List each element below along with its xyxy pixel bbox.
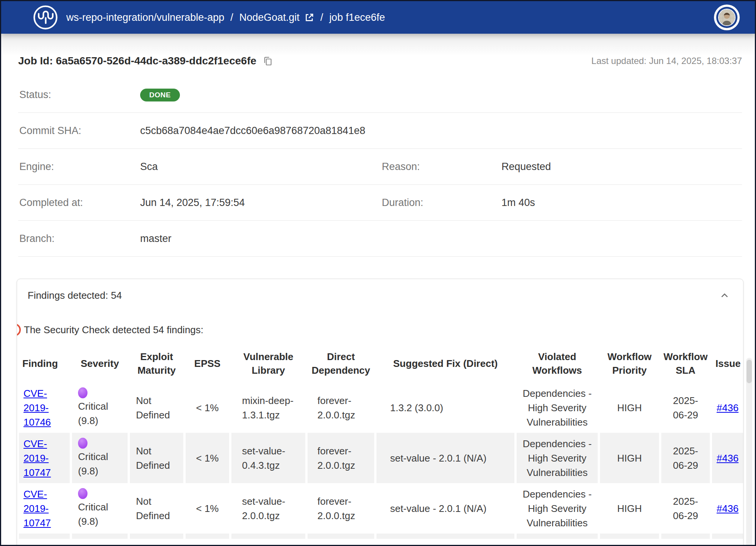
workflow-priority: HIGH [599,382,660,433]
issue-link[interactable]: #436 [717,402,739,413]
exploit-maturity: Not Defined [136,393,180,422]
suggested-fix: set-value - 2.0.1 (N/A) [375,433,515,483]
table-row: CVE-2019-10747 Critical (9.8) Not Define… [18,433,743,483]
duration-label: Duration: [382,197,501,209]
direct-dependency: forever-2.0.0.tgz [317,494,371,523]
copy-icon[interactable] [262,56,273,66]
findings-panel: Findings detected: 54 The Security Check… [17,279,744,546]
user-avatar[interactable] [714,5,740,30]
suggested-fix: set-value - 2.0.1 (N/A) [375,483,515,534]
exploit-maturity: Not Defined [136,444,180,473]
clipped-warning-icon [17,323,21,336]
table-row: CVE-2019-10747 Critical (9.8) Not Define… [18,483,743,534]
severity-text: Critical (9.8) [78,500,120,529]
table-header-row: Finding Severity Exploit Maturity EPSS V… [18,345,743,382]
findings-table-container: Finding Severity Exploit Maturity EPSS V… [18,345,743,539]
severity-critical-icon [78,438,87,449]
workflow-priority: HIGH [599,483,660,534]
column-header-vulnerable-library: Vulnerable Library [230,345,306,382]
top-navbar: ws-repo-integration/vulnerable-app / Nod… [1,1,755,34]
violated-workflows: Dependencies - High Severity Vulnerabili… [522,437,592,480]
commit-sha-label: Commit SHA: [19,125,140,137]
detail-row-status: Status: DONE [18,77,742,113]
completed-at-value: Jun 14, 2025, 17:59:54 [140,197,382,209]
table-row-partial [18,534,743,539]
finding-link[interactable]: CVE-2019-10746 [23,386,57,429]
findings-summary-text: The Security Check detected 54 findings: [24,324,203,336]
breadcrumb-job: job f1ece6fe [329,12,385,23]
reason-label: Reason: [382,161,501,173]
branch-value: master [140,233,742,245]
breadcrumb-separator: / [230,12,233,23]
vulnerable-library: mixin-deep-1.3.1.tgz [242,393,300,422]
status-label: Status: [19,89,140,101]
severity-text: Critical (9.8) [78,399,120,428]
column-header-workflow-priority: Workflow Priority [599,345,660,382]
workflow-priority: HIGH [599,433,660,483]
findings-summary-row: The Security Check detected 54 findings: [17,323,743,336]
findings-table: Finding Severity Exploit Maturity EPSS V… [18,345,743,539]
app-window: ws-repo-integration/vulnerable-app / Nod… [0,0,756,546]
column-header-epss: EPSS [184,345,230,382]
detail-row-commit: Commit SHA: c5cb68a7084e4ae7dcc60e6a9876… [18,113,742,149]
breadcrumb: ws-repo-integration/vulnerable-app / Nod… [66,12,706,23]
findings-panel-header[interactable]: Findings detected: 54 [17,279,743,308]
column-header-exploit-maturity: Exploit Maturity [129,345,184,382]
workflow-sla: 2025-06-29 [671,393,700,422]
collapse-chevron-icon[interactable] [719,290,730,301]
violated-workflows: Dependencies - High Severity Vulnerabili… [522,386,592,429]
column-header-finding: Finding [18,345,71,382]
duration-value: 1m 40s [501,197,742,209]
violated-workflows: Dependencies - High Severity Vulnerabili… [522,487,592,530]
workflow-sla: 2025-06-29 [671,444,700,473]
column-header-suggested-fix: Suggested Fix (Direct) [375,345,515,382]
status-badge: DONE [140,89,180,101]
avatar-ring [716,7,737,28]
severity-text: Critical (9.8) [78,449,120,478]
issue-link[interactable]: #436 [717,503,739,514]
avatar-photo [718,9,736,26]
table-row: CVE-2019-10746 Critical (9.8) Not Define… [18,382,743,433]
findings-panel-title: Findings detected: 54 [28,290,122,301]
detail-row-completed-duration: Completed at: Jun 14, 2025, 17:59:54 Dur… [18,185,742,221]
epss-value: < 1% [184,433,230,483]
breadcrumb-repo-link[interactable]: NodeGoat.git [239,12,300,23]
vertical-scrollbar[interactable] [746,358,752,546]
vulnerable-library: set-value-0.4.3.tgz [242,444,300,473]
branch-label: Branch: [19,233,140,245]
epss-value: < 1% [184,483,230,534]
mend-logo-icon[interactable] [33,5,58,30]
detail-row-branch: Branch: master [18,221,742,257]
column-header-direct-dependency: Direct Dependency [306,345,375,382]
finding-link[interactable]: CVE-2019-10747 [23,437,57,480]
issue-link[interactable]: #436 [717,452,739,464]
exploit-maturity: Not Defined [136,494,180,523]
severity-critical-icon [78,488,87,499]
job-details: Status: DONE Commit SHA: c5cb68a7084e4ae… [18,77,742,257]
detail-row-engine-reason: Engine: Sca Reason: Requested [18,149,742,185]
vulnerable-library: set-value-2.0.0.tgz [242,494,300,523]
commit-sha-value: c5cb68a7084e4ae7dcc60e6a98768720a81841e8 [140,125,742,137]
direct-dependency: forever-2.0.0.tgz [317,444,371,473]
reason-value: Requested [501,161,742,173]
column-header-violated-workflows: Violated Workflows [515,345,599,382]
epss-value: < 1% [184,382,230,433]
scrollbar-thumb[interactable] [747,360,752,383]
column-header-severity: Severity [71,345,129,382]
severity-critical-icon [78,387,87,398]
job-header: Job Id: 6a5a6570-526d-44dc-a389-ddc2f1ec… [18,34,742,77]
column-header-workflow-sla: Workflow SLA [660,345,711,382]
breadcrumb-separator: / [320,12,323,23]
engine-value: Sca [140,161,382,173]
completed-at-label: Completed at: [19,197,140,209]
last-updated: Last updated: Jun 14, 2025, 18:03:37 [591,56,742,66]
status-value: DONE [140,88,742,101]
breadcrumb-project[interactable]: ws-repo-integration/vulnerable-app [66,12,224,23]
page-title: Job Id: 6a5a6570-526d-44dc-a389-ddc2f1ec… [18,55,256,67]
suggested-fix: 1.3.2 (3.0.0) [375,382,515,433]
finding-link[interactable]: CVE-2019-10747 [23,487,57,530]
column-header-issue: Issue [711,345,743,382]
external-link-icon[interactable] [304,12,314,23]
job-detail-page: Job Id: 6a5a6570-526d-44dc-a389-ddc2f1ec… [1,34,755,546]
engine-label: Engine: [19,161,140,173]
